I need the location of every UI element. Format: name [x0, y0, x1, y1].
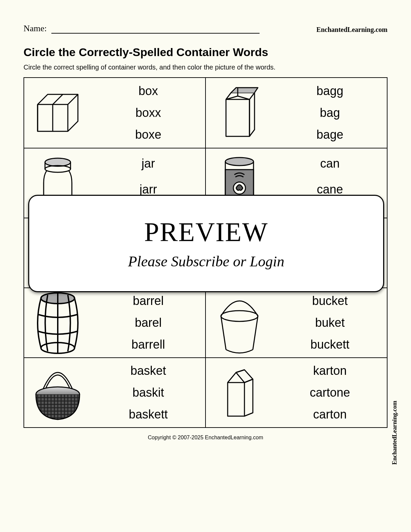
word-option[interactable]: bucket	[312, 295, 348, 307]
cell-bucket: bucket buket buckett	[205, 288, 387, 357]
word-option[interactable]: baskit	[132, 386, 164, 399]
word-options: box boxx boxe	[91, 78, 205, 148]
header-row: Name: EnchantedLearning.com	[24, 24, 387, 34]
svg-point-2	[225, 158, 254, 166]
word-option[interactable]: basket	[130, 364, 166, 377]
name-blank-line[interactable]	[51, 33, 260, 34]
cell-barrel: barrel barel barrell	[24, 288, 205, 357]
side-brand: EnchantedLearning.com	[391, 401, 398, 465]
word-option[interactable]: barrel	[133, 295, 164, 307]
word-option[interactable]: barrell	[131, 338, 165, 351]
word-option[interactable]: can	[320, 157, 339, 170]
box-icon	[24, 91, 91, 135]
name-label: Name:	[24, 24, 47, 33]
bag-icon	[206, 86, 273, 140]
word-option[interactable]: karton	[313, 364, 347, 377]
name-field: Name:	[24, 24, 260, 34]
cell-bag: bagg bag bage	[205, 78, 387, 148]
word-option[interactable]: bagg	[316, 85, 343, 97]
svg-point-0	[45, 158, 71, 166]
barrel-icon	[24, 291, 91, 355]
overlay-title: PREVIEW	[144, 217, 268, 248]
word-option[interactable]: carton	[313, 408, 347, 421]
word-option[interactable]: buket	[315, 316, 345, 329]
cell-box: box boxx boxe	[24, 78, 205, 148]
word-option[interactable]: barel	[135, 316, 162, 329]
grid-row: barrel barel barrell	[24, 287, 387, 357]
word-option[interactable]: buckett	[310, 338, 349, 351]
word-option[interactable]: boxx	[135, 106, 161, 119]
word-option[interactable]: box	[138, 85, 158, 97]
word-option[interactable]: cartone	[310, 386, 350, 399]
word-options: bucket buket buckett	[273, 288, 387, 357]
word-option[interactable]: boxe	[135, 128, 161, 141]
word-options: karton cartone carton	[273, 358, 387, 427]
grid-row: basket baskit baskett	[24, 357, 387, 427]
word-option[interactable]: jar	[141, 157, 155, 170]
page-title: Circle the Correctly-Spelled Container W…	[24, 46, 387, 59]
word-options: barrel barel barrell	[91, 288, 205, 357]
word-option[interactable]: cane	[317, 183, 343, 196]
cell-basket: basket baskit baskett	[24, 358, 205, 427]
basket-icon	[24, 362, 91, 423]
preview-overlay: PREVIEW Please Subscribe or Login	[28, 195, 384, 292]
copyright-footer: Copyright © 2007-2025 EnchantedLearning.…	[24, 435, 387, 441]
bucket-icon	[206, 293, 273, 353]
site-brand: EnchantedLearning.com	[316, 26, 387, 34]
svg-point-8	[221, 311, 258, 321]
carton-icon	[206, 366, 273, 419]
instructions: Circle the correct spelling of container…	[24, 63, 387, 71]
word-options: bagg bag bage	[273, 78, 387, 148]
word-options: basket baskit baskett	[91, 358, 205, 427]
word-option[interactable]: jarr	[140, 183, 157, 196]
grid-row: box boxx boxe	[24, 78, 387, 148]
worksheet-page: Name: EnchantedLearning.com Circle the C…	[0, 0, 411, 532]
overlay-subtitle: Please Subscribe or Login	[128, 253, 284, 270]
word-option[interactable]: bag	[320, 106, 340, 119]
cell-carton: karton cartone carton	[205, 358, 387, 427]
word-option[interactable]: baskett	[129, 408, 168, 421]
word-option[interactable]: bage	[316, 128, 343, 141]
